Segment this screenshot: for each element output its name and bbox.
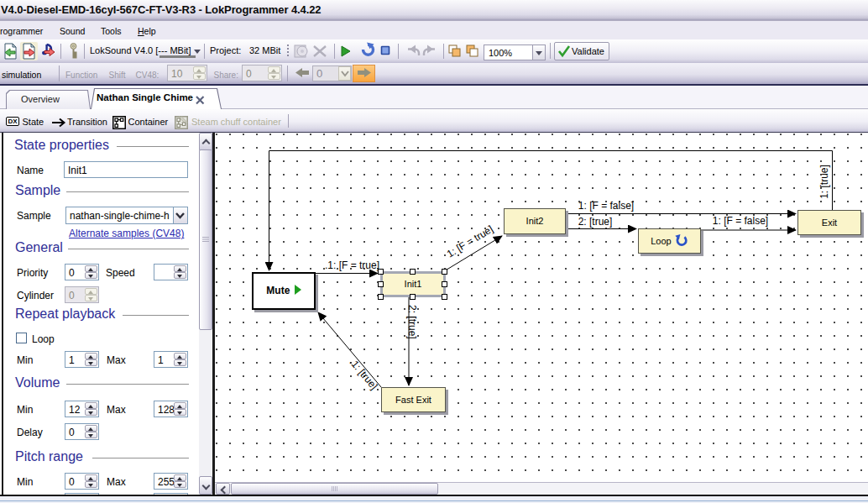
svg-text:1: [true]: 1: [true]: [818, 165, 830, 199]
svg-text:1: [F = false]: 1: [F = false]: [713, 215, 768, 227]
svg-text:2: [true]: 2: [true]: [578, 216, 613, 228]
svg-text:.1: [true]: .1: [true]: [348, 356, 380, 392]
svg-text:1: [F = false]: 1: [F = false]: [578, 200, 634, 212]
svg-text:1: [F = true]: 1: [F = true]: [445, 223, 495, 260]
svg-text:2: [true]: 2: [true]: [406, 305, 418, 339]
svg-text:.1: [F = true]: .1: [F = true]: [325, 259, 379, 271]
